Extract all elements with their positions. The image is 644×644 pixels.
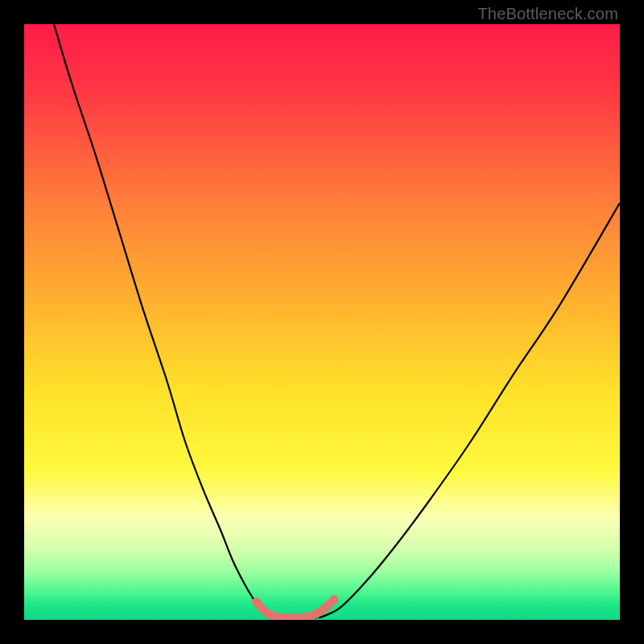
- bottleneck-curve-left: [54, 24, 271, 617]
- plot-area: [24, 24, 620, 620]
- sweet-spot-dot: [252, 597, 261, 606]
- curve-layer: [24, 24, 620, 620]
- sweet-spot-dot: [329, 595, 338, 604]
- chart-frame: TheBottleneck.com: [0, 0, 644, 644]
- bottleneck-curve-right: [322, 203, 620, 617]
- watermark-text: TheBottleneck.com: [477, 5, 618, 23]
